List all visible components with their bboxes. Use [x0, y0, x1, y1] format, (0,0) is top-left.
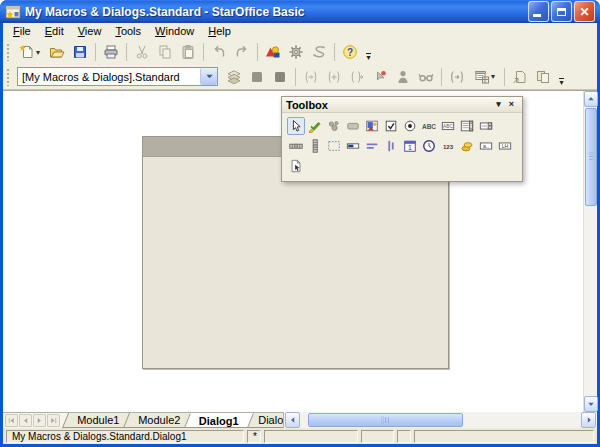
toolbar-separator — [95, 43, 96, 61]
procedure-step-button[interactable] — [300, 66, 322, 88]
tab-scroll-next-button[interactable] — [33, 414, 46, 427]
toolbox-time-field-button[interactable] — [420, 137, 438, 155]
formatted-field-icon: LH — [498, 139, 512, 153]
tab-scroll-previous-button[interactable] — [19, 414, 32, 427]
toolbox-horizontal-line-button[interactable] — [363, 137, 381, 155]
paste-button[interactable] — [177, 41, 199, 63]
scroll-down-button[interactable] — [584, 396, 598, 412]
minimize-button[interactable] — [528, 1, 549, 22]
menu-view[interactable]: View — [71, 23, 109, 40]
undo-button[interactable] — [208, 41, 230, 63]
scroll-right-button[interactable] — [581, 412, 596, 428]
svg-text:ABC: ABC — [443, 124, 453, 129]
tab-scroll-first-button[interactable] — [5, 414, 18, 427]
scroll-up-button[interactable] — [584, 91, 598, 107]
toolbox-h-scrollbar-button[interactable] — [287, 137, 305, 155]
menu-tools[interactable]: Tools — [108, 23, 148, 40]
vertical-scroll-thumb[interactable] — [585, 108, 597, 206]
print-button[interactable] — [100, 41, 122, 63]
run-button[interactable] — [246, 66, 268, 88]
combobox-dropdown-button[interactable] — [200, 68, 217, 85]
copy-button[interactable] — [154, 41, 176, 63]
toolbox-image-button-button[interactable] — [325, 117, 343, 135]
new-document-button[interactable]: ▾ — [14, 41, 45, 63]
toolbox-pattern-field-button[interactable]: a.. — [477, 137, 495, 155]
menu-file[interactable]: File — [6, 23, 38, 40]
horizontal-scrollbar[interactable] — [283, 412, 597, 428]
toolbox-select-button[interactable] — [287, 117, 305, 135]
tab-scroll-last-button[interactable] — [47, 414, 60, 427]
arrow-left-icon — [289, 416, 297, 424]
step-into-button[interactable] — [323, 66, 345, 88]
currency-field-icon — [460, 139, 474, 153]
menu-window[interactable]: Window — [148, 23, 201, 40]
manage-breakpoints-button[interactable] — [392, 66, 414, 88]
toolbox-v-scrollbar-button[interactable] — [306, 137, 324, 155]
toolbox-menu-button[interactable]: ▾ — [492, 98, 505, 111]
toolbox-label-field-button[interactable]: ABC — [420, 117, 438, 135]
toolbox-check-box-button[interactable] — [382, 117, 400, 135]
cut-icon — [134, 44, 150, 60]
dialog-editor-canvas[interactable]: Toolbox ▾ × ABCABC1123a..LH — [3, 91, 583, 412]
macro-swirl-button[interactable] — [308, 41, 330, 63]
save-button[interactable] — [69, 41, 91, 63]
maximize-button[interactable] — [551, 1, 572, 22]
toolbox-push-button-button[interactable] — [344, 117, 362, 135]
toolbox-numeric-field-button[interactable]: 123 — [439, 137, 457, 155]
vertical-scrollbar[interactable] — [583, 91, 597, 412]
modules-button[interactable]: ▾ — [469, 66, 500, 88]
horizontal-line-icon — [365, 139, 379, 153]
step-out-button[interactable] — [346, 66, 368, 88]
toolbox-vertical-line-button[interactable] — [382, 137, 400, 155]
library-combobox-value: [My Macros & Dialogs].Standard — [18, 71, 200, 83]
toolbox-combo-box-button[interactable] — [477, 117, 495, 135]
gear-button[interactable] — [285, 41, 307, 63]
maximize-icon — [557, 8, 566, 16]
toolbox-currency-field-button[interactable] — [458, 137, 476, 155]
compile-button[interactable] — [223, 66, 245, 88]
toolbox-date-field-button[interactable]: 1 — [401, 137, 419, 155]
open-button[interactable] — [46, 41, 68, 63]
breakpoint-button[interactable] — [369, 66, 391, 88]
find-parentheses-button[interactable] — [446, 66, 468, 88]
tab-dialog1[interactable]: Dialog1 — [184, 413, 254, 428]
label-field-icon: ABC — [422, 119, 436, 133]
scroll-left-button[interactable] — [285, 412, 300, 428]
library-combobox[interactable]: [My Macros & Dialogs].Standard — [17, 67, 218, 86]
toolbox-text-box-button[interactable]: ABC — [439, 117, 457, 135]
export-dialog-button[interactable] — [532, 66, 554, 88]
status-field-6 — [414, 430, 594, 443]
stop-icon — [272, 69, 288, 85]
toolbox-list-box-button[interactable] — [458, 117, 476, 135]
cut-button[interactable] — [131, 41, 153, 63]
help-icon: ? — [342, 44, 358, 60]
import-dialog-button[interactable] — [509, 66, 531, 88]
close-button[interactable]: ✕ — [574, 1, 595, 22]
toolbox-close-button[interactable]: × — [505, 98, 518, 111]
toolbox-group-box-button[interactable] — [325, 137, 343, 155]
toolbox-titlebar[interactable]: Toolbox ▾ × — [282, 97, 522, 113]
horizontal-scroll-thumb[interactable] — [308, 413, 463, 427]
toolbox-button-button[interactable] — [306, 117, 324, 135]
toolbar-overflow-button[interactable]: ▾ — [555, 66, 568, 88]
stop-button[interactable] — [269, 66, 291, 88]
manage-breakpoints-icon — [395, 69, 411, 85]
toolbox-file-selection-button[interactable] — [287, 157, 305, 175]
menu-help[interactable]: Help — [201, 23, 238, 40]
toolbox-progress-bar-button[interactable] — [344, 137, 362, 155]
toolbar-grip[interactable] — [6, 68, 11, 86]
numeric-field-icon: 123 — [441, 139, 455, 153]
gallery-button[interactable] — [262, 41, 284, 63]
svg-text:?: ? — [347, 47, 353, 58]
toolbar-grip[interactable] — [6, 43, 11, 61]
toolbox-window: Toolbox ▾ × ABCABC1123a..LH — [281, 96, 523, 182]
toolbox-option-button-button[interactable] — [401, 117, 419, 135]
toolbar-overflow-button[interactable]: ▾ — [362, 41, 375, 63]
menu-edit[interactable]: Edit — [38, 23, 71, 40]
watch-button[interactable] — [415, 66, 437, 88]
toolbox-image-control-button[interactable] — [363, 117, 381, 135]
toolbox-formatted-field-button[interactable]: LH — [496, 137, 514, 155]
toolbar-separator — [504, 68, 505, 86]
help-button[interactable]: ? — [339, 41, 361, 63]
redo-button[interactable] — [231, 41, 253, 63]
